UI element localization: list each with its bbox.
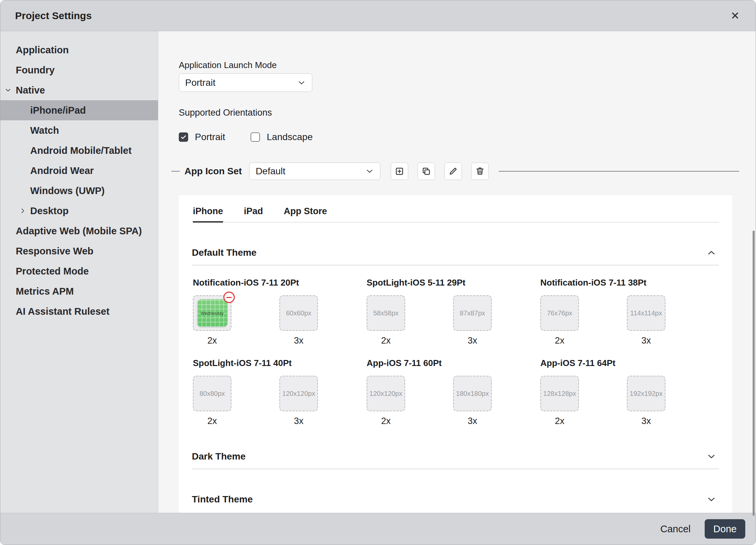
icon-slot-empty[interactable]: 60x60px (279, 295, 318, 331)
slot-size-label: 76x76px (547, 309, 573, 317)
cancel-button[interactable]: Cancel (660, 524, 691, 535)
launch-mode-label: Application Launch Mode (179, 60, 756, 70)
slot-size-label: 87x87px (460, 309, 485, 317)
icon-group-title: SpotLight-iOS 7-11 40Pt (193, 358, 318, 368)
icon-slot-column: 120x120px2x (367, 376, 405, 426)
scale-label: 2x (555, 336, 564, 346)
icon-slot-empty[interactable]: 76x76px (540, 295, 579, 331)
scale-label: 3x (468, 416, 477, 426)
sidebar-item-application[interactable]: Application (0, 40, 158, 60)
icon-set-value: Default (256, 166, 285, 177)
sidebar-item-label: AI Assistant Ruleset (16, 306, 109, 317)
delete-button[interactable] (471, 163, 489, 180)
sidebar-item-iphone-ipad[interactable]: iPhone/iPad (0, 100, 158, 120)
chevron-down-icon[interactable] (4, 86, 12, 94)
close-button[interactable]: ✕ (729, 9, 741, 22)
app-icon-preview: Wednesday (197, 299, 227, 327)
icon-slots-row: 58x58px2x87x87px3x (367, 295, 492, 346)
icon-group-title: Notification-iOS 7-11 20Pt (193, 278, 318, 288)
chevron-down-icon (297, 78, 306, 87)
scale-label: 2x (207, 416, 217, 426)
slot-size-label: 60x60px (286, 309, 312, 317)
scale-label: 2x (207, 336, 217, 346)
section-tinted-theme[interactable]: Tinted Theme (192, 494, 719, 505)
slot-size-label: 58x58px (373, 309, 399, 317)
dialog-title: Project Settings (15, 10, 92, 21)
icon-slots-row: Wednesday2x60x60px3x (193, 295, 318, 346)
app-icon-set-row: App Icon Set Default (171, 163, 739, 180)
chevron-down-icon[interactable] (706, 451, 716, 462)
checkbox-unchecked[interactable] (251, 132, 260, 142)
icon-group-title: App-iOS 7-11 64Pt (540, 358, 665, 368)
icon-group-title: Notification-iOS 7-11 38Pt (540, 278, 665, 288)
add-button[interactable] (391, 163, 408, 180)
icon-slot-empty[interactable]: 120x120px (279, 376, 318, 411)
duplicate-icon (421, 166, 431, 176)
duplicate-button[interactable] (418, 163, 435, 180)
slot-size-label: 120x120px (370, 390, 402, 398)
sidebar-item-label: Responsive Web (16, 246, 94, 257)
sidebar-item-adaptive-web-mobile-spa[interactable]: Adaptive Web (Mobile SPA) (0, 221, 158, 241)
icon-slot-empty[interactable]: 114x114px (627, 295, 665, 331)
sidebar-item-metrics-apm[interactable]: Metrics APM (0, 281, 158, 301)
launch-mode-select[interactable]: Portrait (179, 73, 312, 92)
scale-label: 3x (468, 336, 477, 346)
sidebar-item-android-wear[interactable]: Android Wear (0, 161, 158, 181)
scale-label: 3x (641, 336, 651, 346)
icon-slot-empty[interactable]: 87x87px (453, 295, 492, 331)
sidebar-item-label: Adaptive Web (Mobile SPA) (16, 226, 142, 237)
divider-line (499, 171, 739, 172)
icon-groups-grid: Notification-iOS 7-11 20PtWednesday2x60x… (193, 278, 719, 426)
icon-slot-column: 114x114px3x (627, 295, 665, 346)
icon-set-select[interactable]: Default (249, 163, 380, 180)
sidebar: ApplicationFoundryNativeiPhone/iPadWatch… (0, 31, 158, 513)
tab-app-store[interactable]: App Store (284, 206, 327, 222)
sidebar-item-native[interactable]: Native (0, 80, 158, 100)
settings-content: Application Launch Mode Portrait Support… (158, 31, 756, 513)
edit-button[interactable] (444, 163, 462, 180)
sidebar-item-label: Android Mobile/Tablet (30, 145, 131, 156)
icon-group-notification-ios-7-11-38pt: Notification-iOS 7-11 38Pt76x76px2x114x1… (540, 278, 665, 346)
icon-slot-column: 76x76px2x (540, 295, 579, 346)
icon-slot-empty[interactable]: 192x192px (627, 376, 665, 411)
sidebar-item-label: Android Wear (30, 165, 94, 176)
icon-slot-empty[interactable]: 80x80px (193, 376, 231, 411)
icon-slot-column: Wednesday2x (193, 295, 231, 346)
sidebar-item-label: Watch (30, 125, 59, 136)
sidebar-item-foundry[interactable]: Foundry (0, 60, 158, 80)
edit-icon (448, 166, 458, 176)
icon-set-panel: iPhoneiPadApp Store Default Theme Notifi… (179, 195, 732, 513)
remove-icon-badge[interactable] (223, 292, 235, 303)
section-title: Default Theme (192, 247, 257, 258)
sidebar-item-desktop[interactable]: Desktop (0, 201, 158, 221)
section-title: Tinted Theme (192, 494, 253, 505)
scale-label: 3x (294, 336, 304, 346)
icon-slot-empty[interactable]: 120x120px (367, 376, 405, 411)
chevron-up-icon[interactable] (706, 248, 716, 258)
sidebar-item-ai-assistant-ruleset[interactable]: AI Assistant Ruleset (0, 301, 158, 321)
icon-slot-filled[interactable]: Wednesday (193, 295, 231, 331)
sidebar-item-label: Application (16, 45, 69, 56)
sidebar-item-android-mobile-tablet[interactable]: Android Mobile/Tablet (0, 140, 158, 161)
sidebar-item-protected-mode[interactable]: Protected Mode (0, 261, 158, 281)
icon-group-title: App-iOS 7-11 60Pt (367, 358, 492, 368)
checkbox-checked[interactable] (179, 132, 188, 142)
scale-label: 3x (294, 416, 304, 426)
sidebar-item-watch[interactable]: Watch (0, 120, 158, 140)
section-default-theme[interactable]: Default Theme (192, 247, 719, 258)
icon-slot-empty[interactable]: 180x180px (453, 376, 492, 411)
tab-iphone[interactable]: iPhone (193, 206, 223, 222)
chevron-right-icon[interactable] (19, 207, 26, 215)
chevron-down-icon[interactable] (706, 494, 716, 504)
icon-slot-empty[interactable]: 58x58px (367, 295, 405, 331)
sidebar-item-responsive-web[interactable]: Responsive Web (0, 241, 158, 261)
scale-label: 3x (641, 416, 651, 426)
scrollbar[interactable] (753, 231, 755, 516)
orientation-option-landscape[interactable]: Landscape (251, 132, 313, 142)
tab-ipad[interactable]: iPad (244, 206, 263, 222)
orientation-option-portrait[interactable]: Portrait (179, 132, 225, 142)
done-button[interactable]: Done (705, 519, 745, 539)
sidebar-item-windows-uwp[interactable]: Windows (UWP) (0, 181, 158, 201)
section-dark-theme[interactable]: Dark Theme (192, 451, 719, 462)
icon-slot-empty[interactable]: 128x128px (540, 376, 579, 411)
